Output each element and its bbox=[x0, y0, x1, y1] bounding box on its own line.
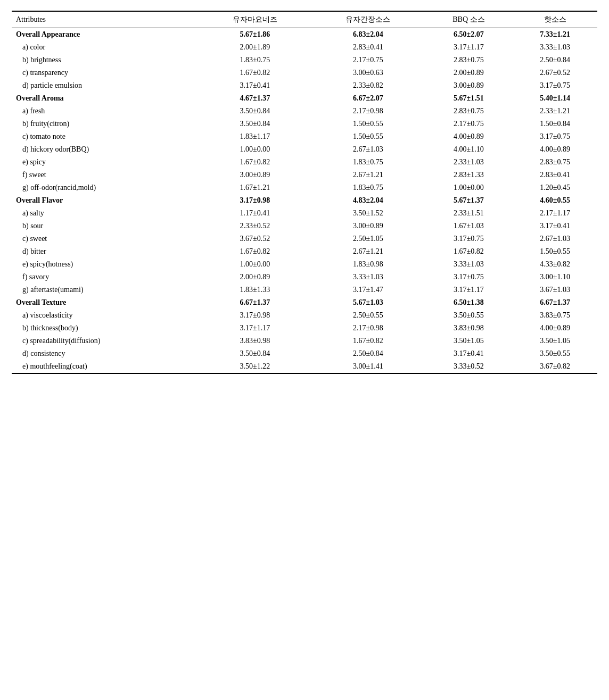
table-row: b) fruity(citron)3.50±0.841.50±0.552.17±… bbox=[12, 118, 597, 130]
table-row: a) salty1.17±0.413.50±1.522.33±1.512.17±… bbox=[12, 207, 597, 220]
row-value: 3.50±1.05 bbox=[513, 335, 597, 347]
row-value: 3.00±1.41 bbox=[311, 360, 424, 373]
row-value: 2.83±0.75 bbox=[425, 105, 513, 118]
row-value: 6.67±2.07 bbox=[311, 92, 424, 105]
row-value: 4.00±0.89 bbox=[513, 143, 597, 156]
row-value: 1.83±0.75 bbox=[311, 181, 424, 194]
col-header-hot: 핫소스 bbox=[513, 11, 597, 28]
row-value: 2.67±1.21 bbox=[311, 245, 424, 258]
row-value: 3.17±0.75 bbox=[425, 232, 513, 245]
row-label: c) transparency bbox=[12, 66, 199, 79]
table-row: g) aftertaste(umami)1.83±1.333.17±1.473.… bbox=[12, 284, 597, 296]
row-value: 4.00±1.10 bbox=[425, 143, 513, 156]
row-label: b) sour bbox=[12, 220, 199, 232]
row-value: 3.17±0.41 bbox=[199, 79, 311, 92]
row-value: 2.17±0.98 bbox=[311, 322, 424, 335]
row-value: 1.17±0.41 bbox=[199, 207, 311, 220]
table-row: Overall Aroma4.67±1.376.67±2.075.67±1.51… bbox=[12, 92, 597, 105]
row-value: 3.33±1.03 bbox=[425, 258, 513, 271]
row-value: 1.50±0.55 bbox=[311, 118, 424, 130]
row-value: 6.83±2.04 bbox=[311, 28, 424, 41]
table-row: d) bitter1.67±0.822.67±1.211.67±0.821.50… bbox=[12, 245, 597, 258]
row-value: 3.17±0.75 bbox=[513, 130, 597, 143]
row-value: 2.33±0.82 bbox=[311, 79, 424, 92]
row-value: 2.33±1.51 bbox=[425, 207, 513, 220]
row-label: c) spreadability(diffusion) bbox=[12, 335, 199, 347]
row-value: 2.00±1.89 bbox=[199, 41, 311, 54]
row-value: 6.67±1.37 bbox=[199, 296, 311, 309]
row-value: 3.00±0.89 bbox=[425, 79, 513, 92]
row-label: b) thickness(body) bbox=[12, 322, 199, 335]
row-value: 3.67±0.52 bbox=[199, 232, 311, 245]
row-value: 2.33±1.21 bbox=[513, 105, 597, 118]
table-row: a) fresh3.50±0.842.17±0.982.83±0.752.33±… bbox=[12, 105, 597, 118]
table-row: f) savory2.00±0.893.33±1.033.17±0.753.00… bbox=[12, 271, 597, 284]
table-row: e) mouthfeeling(coat)3.50±1.223.00±1.413… bbox=[12, 360, 597, 373]
row-value: 3.17±0.75 bbox=[513, 79, 597, 92]
row-value: 1.67±0.82 bbox=[311, 335, 424, 347]
row-value: 1.83±0.75 bbox=[199, 54, 311, 66]
row-value: 3.50±0.55 bbox=[425, 309, 513, 322]
row-value: 3.83±0.98 bbox=[425, 322, 513, 335]
row-value: 3.00±0.63 bbox=[311, 66, 424, 79]
table-row: a) viscoelasticity3.17±0.982.50±0.553.50… bbox=[12, 309, 597, 322]
row-value: 5.67±1.86 bbox=[199, 28, 311, 41]
row-value: 1.67±0.82 bbox=[199, 156, 311, 169]
row-value: 1.83±1.17 bbox=[199, 130, 311, 143]
row-value: 2.17±0.75 bbox=[425, 118, 513, 130]
table-row: a) color2.00±1.892.83±0.413.17±1.173.33±… bbox=[12, 41, 597, 54]
table-row: d) particle emulsion3.17±0.412.33±0.823.… bbox=[12, 79, 597, 92]
row-label: d) hickory odor(BBQ) bbox=[12, 143, 199, 156]
row-value: 3.50±0.84 bbox=[199, 105, 311, 118]
row-label: e) mouthfeeling(coat) bbox=[12, 360, 199, 373]
row-value: 2.67±1.03 bbox=[311, 143, 424, 156]
row-label: a) viscoelasticity bbox=[12, 309, 199, 322]
table-container: Attributes 유자마요네즈 유자간장소스 BBQ 소스 핫소스 Over… bbox=[12, 11, 597, 374]
row-value: 2.17±1.17 bbox=[513, 207, 597, 220]
row-value: 2.00±0.89 bbox=[425, 66, 513, 79]
row-value: 1.83±0.98 bbox=[311, 258, 424, 271]
row-value: 1.67±1.21 bbox=[199, 181, 311, 194]
table-row: d) consistency3.50±0.842.50±0.843.17±0.4… bbox=[12, 347, 597, 360]
col-header-bbq: BBQ 소스 bbox=[425, 11, 513, 28]
row-value: 7.33±1.21 bbox=[513, 28, 597, 41]
row-value: 1.67±1.03 bbox=[425, 220, 513, 232]
table-row: Overall Flavor3.17±0.984.83±2.045.67±1.3… bbox=[12, 194, 597, 207]
row-value: 3.50±1.22 bbox=[199, 360, 311, 373]
row-value: 3.17±0.75 bbox=[425, 271, 513, 284]
row-label: g) aftertaste(umami) bbox=[12, 284, 199, 296]
row-value: 3.00±1.10 bbox=[513, 271, 597, 284]
row-label: e) spicy bbox=[12, 156, 199, 169]
row-label: b) fruity(citron) bbox=[12, 118, 199, 130]
row-value: 4.33±0.82 bbox=[513, 258, 597, 271]
row-label: d) consistency bbox=[12, 347, 199, 360]
row-value: 5.40±1.14 bbox=[513, 92, 597, 105]
row-value: 2.50±0.84 bbox=[311, 347, 424, 360]
row-value: 3.33±1.03 bbox=[513, 41, 597, 54]
table-row: g) off-odor(rancid,mold)1.67±1.211.83±0.… bbox=[12, 181, 597, 194]
data-table: Attributes 유자마요네즈 유자간장소스 BBQ 소스 핫소스 Over… bbox=[12, 11, 597, 374]
row-value: 2.50±0.84 bbox=[513, 54, 597, 66]
table-row: b) thickness(body)3.17±1.172.17±0.983.83… bbox=[12, 322, 597, 335]
row-value: 6.50±2.07 bbox=[425, 28, 513, 41]
row-value: 3.50±0.55 bbox=[513, 347, 597, 360]
row-value: 3.00±0.89 bbox=[311, 220, 424, 232]
table-row: e) spicy1.67±0.821.83±0.752.33±1.032.83±… bbox=[12, 156, 597, 169]
col-header-attributes: Attributes bbox=[12, 11, 199, 28]
row-label: b) brightness bbox=[12, 54, 199, 66]
row-value: 3.17±0.98 bbox=[199, 309, 311, 322]
row-value: 2.83±0.41 bbox=[513, 169, 597, 181]
col-header-yuja-soy: 유자간장소스 bbox=[311, 11, 424, 28]
table-row: Overall Texture6.67±1.375.67±1.036.50±1.… bbox=[12, 296, 597, 309]
row-value: 3.17±1.17 bbox=[425, 284, 513, 296]
row-label: f) savory bbox=[12, 271, 199, 284]
row-value: 2.83±0.41 bbox=[311, 41, 424, 54]
row-value: 1.00±0.00 bbox=[425, 181, 513, 194]
row-value: 1.50±0.84 bbox=[513, 118, 597, 130]
row-value: 5.67±1.51 bbox=[425, 92, 513, 105]
row-value: 1.83±0.75 bbox=[311, 156, 424, 169]
row-value: 3.67±0.82 bbox=[513, 360, 597, 373]
row-value: 2.83±1.33 bbox=[425, 169, 513, 181]
row-value: 2.00±0.89 bbox=[199, 271, 311, 284]
row-label: Overall Appearance bbox=[12, 28, 199, 41]
